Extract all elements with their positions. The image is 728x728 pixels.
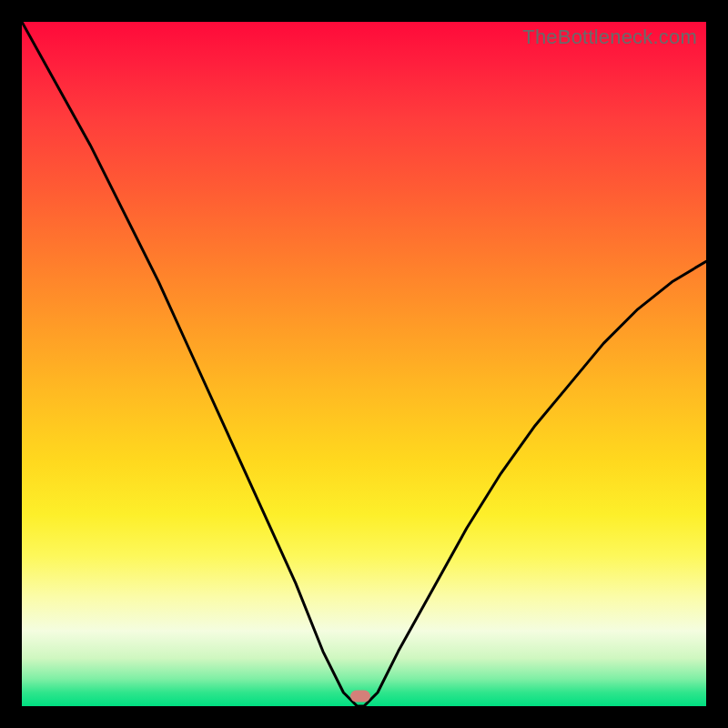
optimum-marker	[350, 690, 370, 702]
chart-plot-area: TheBottleneck.com	[22, 22, 706, 706]
bottleneck-curve	[22, 22, 706, 706]
chart-frame: TheBottleneck.com	[0, 0, 728, 728]
